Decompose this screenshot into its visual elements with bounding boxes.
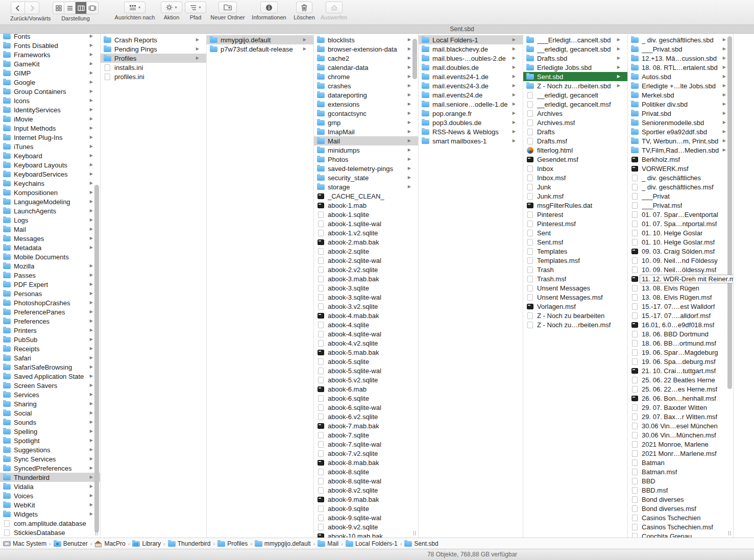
file-row[interactable]: BBD bbox=[628, 476, 733, 485]
file-row[interactable]: Archives.msf bbox=[523, 118, 627, 127]
list-view-button[interactable] bbox=[64, 2, 76, 14]
file-row[interactable]: Bond diverses.msf bbox=[628, 504, 733, 513]
folder-row[interactable]: Widgets▶ bbox=[0, 509, 100, 519]
folder-row[interactable]: PreferencePanes▶ bbox=[0, 307, 100, 316]
folder-row[interactable]: mail.seniore…odelle-1.de▶ bbox=[419, 100, 523, 109]
folder-row[interactable]: mail.events24-3.de▶ bbox=[419, 81, 523, 90]
file-row[interactable]: Inbox.msf bbox=[523, 173, 627, 182]
column-resize-handle[interactable]: || bbox=[728, 530, 732, 535]
file-row[interactable]: abook-2.v2.sqlite bbox=[314, 265, 418, 274]
file-row[interactable]: Trash bbox=[523, 265, 627, 274]
file-row[interactable]: abook-9.mab.bak bbox=[314, 495, 418, 504]
folder-row[interactable]: Seniorenmodelle.sbd▶ bbox=[628, 118, 733, 127]
folder-row[interactable]: PhotoshopCrashes▶ bbox=[0, 298, 100, 307]
file-row[interactable]: Gesendet.msf bbox=[523, 155, 627, 164]
file-row[interactable]: Unsent Messages bbox=[523, 283, 627, 293]
file-row[interactable]: abook-3.sqlite bbox=[314, 283, 418, 293]
folder-row[interactable]: storage▶ bbox=[314, 182, 418, 191]
folder-row[interactable]: Group Containers▶ bbox=[0, 87, 100, 96]
folder-row[interactable]: 18. 08. RTL…ertalent.sbd▶ bbox=[628, 63, 733, 72]
folder-row[interactable]: __erledigt, gecancelt.sbd▶ bbox=[523, 44, 627, 54]
folder-row[interactable]: Erledigte Jobs.sbd▶ bbox=[523, 63, 627, 72]
file-row[interactable]: __erledigt, gecancelt bbox=[523, 90, 627, 100]
file-row[interactable]: 11. 12. WDR-Dreh mit Reiner.msf bbox=[628, 274, 733, 283]
file-row[interactable]: abook-4.mab.bak bbox=[314, 311, 418, 320]
folder-row[interactable]: Preferences▶ bbox=[0, 316, 100, 326]
file-row[interactable]: ___Privat bbox=[628, 191, 733, 201]
folder-row[interactable]: Merkel.sbd▶ bbox=[628, 90, 733, 100]
folder-row[interactable]: Mozilla▶ bbox=[0, 261, 100, 271]
file-row[interactable]: 01. 10. Helge Goslar bbox=[628, 228, 733, 237]
folder-row[interactable]: PubSub▶ bbox=[0, 335, 100, 344]
file-row[interactable]: 30.06 Vin…esel München bbox=[628, 421, 733, 430]
folder-row[interactable]: Keychains▶ bbox=[0, 179, 100, 188]
folder-row[interactable]: WebKit▶ bbox=[0, 500, 100, 509]
file-row[interactable]: 10. 09. Neil…öldessy.msf bbox=[628, 265, 733, 274]
file-row[interactable]: 01. 10. Helge Goslar.msf bbox=[628, 237, 733, 247]
file-row[interactable]: 2021 Monroe, Marlene bbox=[628, 440, 733, 449]
file-row[interactable]: abook-8.v2.sqlite bbox=[314, 485, 418, 495]
file-row[interactable]: abook-9.sqlite bbox=[314, 504, 418, 513]
folder-row[interactable]: Logs▶ bbox=[0, 215, 100, 225]
file-row[interactable]: abook-7.v2.sqlite bbox=[314, 449, 418, 458]
file-row[interactable]: 18. 06. BB…ortmund.msf bbox=[628, 338, 733, 348]
forward-button[interactable] bbox=[25, 2, 39, 14]
file-row[interactable]: 15.-17. 07.…est Walldorf bbox=[628, 302, 733, 311]
file-row[interactable]: 25. 06. 22…es Herne.msf bbox=[628, 384, 733, 394]
folder-row[interactable]: minidumps▶ bbox=[314, 145, 418, 155]
file-row[interactable]: _ div. geschäftliches.msf bbox=[628, 182, 733, 191]
folder-row[interactable]: Sharing▶ bbox=[0, 399, 100, 408]
folder-row[interactable]: Photos▶ bbox=[314, 155, 418, 164]
breadcrumb-item[interactable]: Mail bbox=[318, 540, 338, 547]
file-row[interactable]: abook-1.sqlite bbox=[314, 210, 418, 219]
vertical-scrollbar[interactable] bbox=[412, 39, 417, 79]
folder-row[interactable]: Suggestions▶ bbox=[0, 445, 100, 454]
file-row[interactable]: abook-10.mab.bak bbox=[314, 531, 418, 538]
folder-row[interactable]: mmypgijo.default▶ bbox=[207, 35, 313, 44]
file-row[interactable]: 30.06 Vin…München.msf bbox=[628, 430, 733, 440]
file-row[interactable]: msgFilterRules.dat bbox=[523, 201, 627, 210]
file-row[interactable]: Sent.msf bbox=[523, 237, 627, 247]
folder-row[interactable]: mail.events24-1.de▶ bbox=[419, 72, 523, 81]
folder-row[interactable]: Mobile Documents bbox=[0, 252, 100, 261]
file-row[interactable]: 09. 03. Craig Sölden.msf bbox=[628, 247, 733, 256]
file-row[interactable]: abook-7.sqlite bbox=[314, 430, 418, 440]
new-folder-button[interactable] bbox=[218, 2, 237, 13]
folder-row[interactable]: mail.blues-…oubles-2.de▶ bbox=[419, 54, 523, 63]
folder-row[interactable]: _ div. geschäftliches.sbd▶ bbox=[628, 35, 733, 44]
folder-row[interactable]: SafariSafeBrowsing▶ bbox=[0, 362, 100, 372]
file-row[interactable]: filterlog.html bbox=[523, 145, 627, 155]
file-row[interactable]: 13. 08. Elvis Rügen.msf bbox=[628, 293, 733, 302]
file-row[interactable]: _ div. geschäftliches bbox=[628, 173, 733, 182]
file-row[interactable]: 19. 06. Spa…deburg.msf bbox=[628, 357, 733, 366]
file-row[interactable]: Drafts bbox=[523, 127, 627, 136]
file-row[interactable]: 13. 08. Elvis Rügen bbox=[628, 283, 733, 293]
file-row[interactable]: 16.01, 6.0…e9df018.msf bbox=[628, 320, 733, 329]
breadcrumb-item[interactable]: Local Folders-1 bbox=[346, 540, 398, 547]
delete-button[interactable] bbox=[296, 2, 312, 13]
folder-row[interactable]: gcontactsync▶ bbox=[314, 109, 418, 118]
file-row[interactable]: Junk.msf bbox=[523, 191, 627, 201]
file-row[interactable]: abook-3.v2.sqlite bbox=[314, 302, 418, 311]
folder-row[interactable]: Local Folders-1▶ bbox=[419, 35, 523, 44]
file-row[interactable]: abook-4.v2.sqlite bbox=[314, 338, 418, 348]
folder-row[interactable]: Printers▶ bbox=[0, 326, 100, 335]
folder-row[interactable]: Mail▶ bbox=[0, 225, 100, 234]
file-row[interactable]: abook-9.sqlite-wal bbox=[314, 513, 418, 522]
folder-row[interactable]: KeyboardServices▶ bbox=[0, 169, 100, 179]
breadcrumb-item[interactable]: Thunderbird bbox=[168, 540, 211, 547]
folder-row[interactable]: Autos.sbd▶ bbox=[628, 72, 733, 81]
file-row[interactable]: abook-6.v2.sqlite bbox=[314, 412, 418, 421]
vertical-scrollbar[interactable] bbox=[727, 36, 732, 389]
folder-row[interactable]: datareporting▶ bbox=[314, 90, 418, 100]
file-row[interactable]: 25. 06. 22 Beatles Herne bbox=[628, 375, 733, 384]
folder-row[interactable]: crashes▶ bbox=[314, 81, 418, 90]
folder-row[interactable]: Receipts▶ bbox=[0, 344, 100, 353]
vertical-scrollbar[interactable] bbox=[94, 185, 99, 532]
action-button[interactable]: ▾ bbox=[161, 2, 182, 13]
file-row[interactable]: abook-7.mab.bak bbox=[314, 421, 418, 430]
folder-row[interactable]: 12.+13. Mä…cussion.sbd▶ bbox=[628, 54, 733, 63]
folder-row[interactable]: Crash Reports▶ bbox=[101, 35, 206, 44]
folder-row[interactable]: calendar-data▶ bbox=[314, 63, 418, 72]
file-row[interactable]: Casinos Tschechien.msf bbox=[628, 522, 733, 531]
